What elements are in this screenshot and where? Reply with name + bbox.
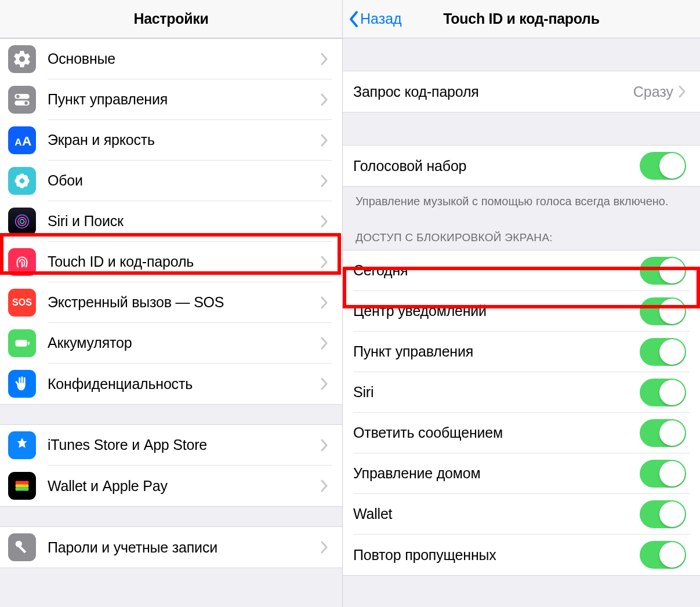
toggle-home-control[interactable] [640,460,686,488]
chevron-right-icon [320,215,328,228]
row-label: Сегодня [353,262,640,279]
chevron-right-icon [320,541,328,554]
settings-item-passwords[interactable]: Пароли и учетные записи [0,527,342,568]
gear-icon [8,45,36,73]
settings-item-wallet[interactable]: Wallet и Apple Pay [0,466,342,506]
siri-icon [8,208,36,235]
settings-item-display[interactable]: AA Экран и яркость [0,120,342,161]
row-label: Центр уведомлений [353,303,640,319]
chevron-left-icon [349,10,359,28]
toggle-notifications[interactable] [640,297,686,325]
hand-icon [8,370,36,398]
row-value: Сразу [633,83,673,100]
toggle-return-missed[interactable] [640,541,686,569]
svg-rect-19 [28,341,30,345]
svg-point-17 [20,219,24,223]
svg-point-1 [16,95,20,99]
flower-icon [8,167,36,195]
row-lock-today[interactable]: Сегодня [343,250,700,291]
row-label: Siri [353,384,640,401]
svg-rect-20 [16,481,29,485]
settings-scroll[interactable]: Основные Пункт управления AA [0,38,342,607]
row-label: Пункт управления [353,343,640,360]
settings-item-control-center[interactable]: Пункт управления [0,79,342,120]
chevron-right-icon [678,85,686,98]
svg-point-16 [18,217,26,226]
back-button[interactable]: Назад [349,0,402,38]
row-require-passcode[interactable]: Запрос код-пароля Сразу [343,71,700,112]
svg-rect-21 [16,484,29,488]
settings-item-privacy[interactable]: Конфиденциальность [0,364,342,404]
row-label: Пароли и учетные записи [48,539,320,556]
row-label: Управление домом [353,465,640,482]
wallet-icon [8,472,36,500]
chevron-right-icon [320,53,328,66]
row-label: Экран и яркость [48,132,320,148]
group-gap [0,405,342,424]
svg-point-11 [23,175,28,180]
chevron-right-icon [320,134,328,147]
group-gap [0,507,342,526]
toggle-siri[interactable] [640,379,686,406]
row-lock-siri[interactable]: Siri [343,372,700,413]
row-lock-reply-message[interactable]: Ответить сообщением [343,413,700,453]
top-gap [343,38,700,71]
row-lock-wallet[interactable]: Wallet [343,494,700,535]
chevron-right-icon [320,93,328,106]
row-label: Ответить сообщением [353,424,640,441]
settings-item-siri[interactable]: Siri и Поиск [0,201,342,242]
row-lock-home-control[interactable]: Управление домом [343,453,700,494]
settings-panel: Настройки Основные Пункт управления [0,0,342,607]
toggle-wallet[interactable] [640,500,686,528]
chevron-right-icon [320,296,328,309]
svg-point-10 [16,175,21,180]
row-label: Wallet и Apple Pay [48,478,320,495]
touchid-scroll[interactable]: Запрос код-пароля Сразу Голосовой набор … [343,38,700,607]
row-lock-notifications[interactable]: Центр уведомлений [343,291,700,332]
toggle-reply-message[interactable] [640,419,686,447]
svg-text:A: A [14,137,21,148]
settings-item-battery[interactable]: Аккумулятор [0,323,342,364]
row-label: Голосовой набор [353,158,640,175]
svg-point-12 [16,181,21,187]
settings-title: Настройки [133,10,208,27]
row-label: Экстренный вызов — SOS [48,294,320,311]
settings-item-touchid[interactable]: Touch ID и код-пароль [0,242,342,282]
row-label: Пункт управления [48,91,320,108]
toggles-icon [8,86,36,114]
svg-text:A: A [22,133,31,148]
row-label: Основные [48,50,320,67]
settings-item-general[interactable]: Основные [0,39,342,79]
settings-item-sos[interactable]: SOS Экстренный вызов — SOS [0,282,342,323]
toggle-control-center[interactable] [640,338,686,366]
row-label: Повтор пропущенных [353,547,640,564]
lock-access-group: Сегодня Центр уведомлений Пункт управлен… [343,250,700,576]
toggle-voice-dial[interactable] [640,152,686,180]
row-lock-return-missed[interactable]: Повтор пропущенных [343,535,700,575]
touchid-title: Touch ID и код-пароль [443,10,600,27]
svg-point-23 [16,541,22,547]
svg-point-13 [23,181,28,187]
row-lock-control-center[interactable]: Пункт управления [343,332,700,372]
text-size-icon: AA [8,126,36,154]
row-label: Запрос код-пароля [353,83,633,100]
lock-access-header: ДОСТУП С БЛОКИРОВКОЙ ЭКРАНА: [343,219,700,250]
touchid-navbar: Назад Touch ID и код-пароль [343,0,700,38]
gap [343,112,700,145]
row-label: iTunes Store и App Store [48,437,320,453]
chevron-right-icon [320,256,328,268]
row-label: Siri и Поиск [48,213,320,230]
row-label: Обои [48,172,320,189]
row-label: Аккумулятор [48,335,320,351]
toggle-today[interactable] [640,257,686,285]
settings-item-wallpaper[interactable]: Обои [0,161,342,201]
settings-item-itunes[interactable]: iTunes Store и App Store [0,425,342,466]
svg-point-14 [20,179,24,183]
row-voice-dial[interactable]: Голосовой набор [343,146,700,186]
voice-dial-footer: Управление музыкой с помощью голоса всег… [343,187,700,219]
row-label: Touch ID и код-пароль [48,253,320,270]
svg-rect-24 [19,546,26,553]
svg-rect-18 [16,340,27,346]
svg-rect-22 [16,488,29,491]
row-label: Конфиденциальность [48,376,320,392]
